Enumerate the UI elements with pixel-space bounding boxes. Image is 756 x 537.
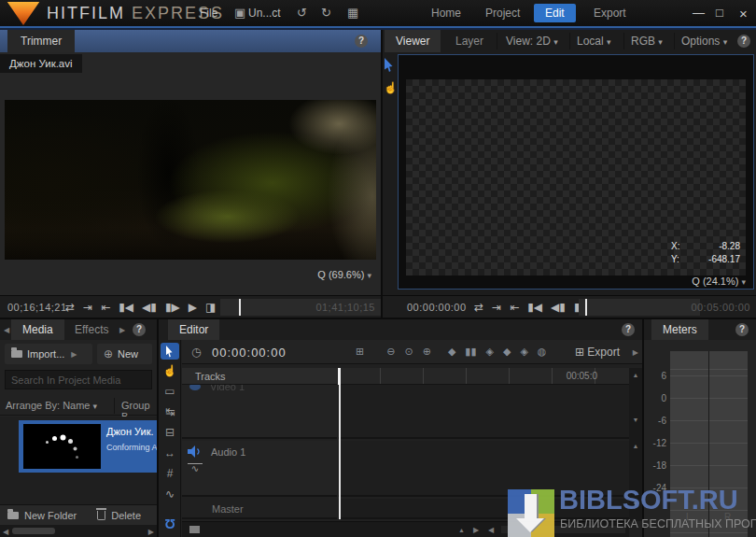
stretch-tool-icon[interactable]: ↔ — [159, 446, 181, 459]
mark-out-icon[interactable]: ⇥ — [492, 301, 501, 314]
toolbar-overflow-icon[interactable]: ▶ — [633, 348, 638, 357]
import-button[interactable]: Import... ▶ — [5, 344, 92, 364]
scroll-up-icon[interactable]: ▲ — [629, 372, 642, 378]
speaker-icon[interactable] — [188, 445, 202, 458]
video-preview[interactable] — [5, 100, 376, 260]
trim-tool-icon[interactable]: ↹ — [159, 405, 181, 418]
help-icon[interactable]: ? — [735, 323, 749, 336]
loop-icon[interactable]: ⇄ — [474, 301, 483, 314]
trimmer-zoom-control[interactable]: Q (69.6%) ▾ — [317, 269, 371, 280]
arrange-by-dropdown[interactable]: Arrange By: Name ▾ — [6, 400, 97, 411]
help-icon[interactable]: ? — [133, 323, 146, 336]
help-icon[interactable]: ? — [622, 323, 635, 336]
mark-in-icon[interactable]: ⇤ — [510, 301, 519, 314]
channel-mode-dropdown[interactable]: RGB ▾ — [631, 30, 663, 52]
mark-in-icon[interactable]: ⇤ — [101, 301, 110, 314]
next-marker-icon[interactable]: ⊕ — [423, 346, 431, 358]
tab-layer[interactable]: Layer — [444, 30, 495, 52]
scroll-left-icon[interactable]: ◀ — [3, 528, 8, 536]
audio-track-header[interactable]: Audio 1 ∿ — [182, 441, 337, 497]
transition-b-icon[interactable]: ◈ — [485, 346, 493, 358]
curve-tool-icon[interactable]: ∿ — [159, 488, 181, 501]
editor-timecode[interactable]: 00:00:00:00 — [212, 346, 287, 360]
add-marker-icon[interactable]: ⊙ — [404, 346, 413, 358]
loop-icon[interactable]: ⇄ — [65, 301, 75, 314]
tab-home[interactable]: Home — [420, 4, 472, 22]
go-to-start-icon[interactable]: ▮◀ — [527, 301, 542, 314]
minimize-button[interactable]: — — [693, 6, 705, 20]
scroll-down-icon[interactable]: ▼ — [629, 417, 642, 423]
marker-circle-icon[interactable]: ◍ — [538, 346, 547, 358]
transparency-checkerboard[interactable]: X: -8.28 Y: -648.17 — [406, 79, 746, 276]
document-name[interactable]: Un...ct — [248, 7, 281, 20]
new-folder-button[interactable]: New Folder — [7, 510, 77, 521]
snap-magnet-icon[interactable]: Ω — [159, 516, 181, 531]
video-track-lane[interactable] — [338, 385, 629, 439]
tabs-scroll-right-icon[interactable]: ▶ — [119, 326, 125, 334]
tab-viewer[interactable]: Viewer — [385, 30, 441, 52]
viewer-playhead[interactable] — [585, 299, 587, 316]
media-list[interactable]: Джон Уик. Conforming A — [0, 417, 157, 504]
close-button[interactable]: × — [739, 6, 748, 21]
viewer-scrub-area[interactable] — [579, 299, 700, 316]
master-track-header[interactable]: Master — [182, 499, 337, 519]
step-back-icon[interactable]: ◀▮ — [142, 301, 157, 314]
tab-editor[interactable]: Editor — [168, 319, 219, 340]
timeline-playhead-handle[interactable] — [338, 368, 341, 385]
hand-tool-icon[interactable]: ☝ — [384, 81, 397, 94]
tab-edit[interactable]: Edit — [534, 4, 576, 22]
view-mode-dropdown[interactable]: View: 2D ▾ — [506, 30, 558, 52]
tab-export[interactable]: Export — [582, 4, 637, 22]
tab-media[interactable]: Media — [11, 319, 64, 340]
help-icon[interactable]: ? — [737, 35, 750, 48]
clock-icon[interactable]: ◷ — [191, 346, 201, 359]
tab-trimmer[interactable]: Trimmer — [7, 30, 75, 52]
prev-marker-icon[interactable]: ⊖ — [386, 346, 395, 358]
scroll-right-icon[interactable]: ▶ — [473, 526, 479, 534]
redo-icon[interactable]: ↻ — [321, 6, 331, 20]
maximize-button[interactable]: □ — [716, 6, 723, 20]
media-horizontal-scrollbar[interactable]: ◀ ▶ — [0, 525, 157, 537]
media-item-selected[interactable]: Джон Уик. Conforming A — [19, 420, 157, 473]
video-track-header[interactable]: Video 1 — [182, 385, 337, 439]
scrollbar-thumb[interactable] — [12, 528, 55, 534]
export-button[interactable]: ⊞ Export — [575, 346, 620, 359]
viewer-zoom-control[interactable]: Q (24.1%) ▾ — [692, 276, 746, 287]
film-tool-icon[interactable]: ▭ — [159, 385, 181, 398]
save-icon[interactable]: ▣ — [234, 6, 245, 20]
tabs-scroll-left-icon[interactable]: ◀ — [4, 326, 9, 334]
viewer-current-timecode[interactable]: 00:00:00:00 — [407, 302, 467, 313]
scroll-left-icon[interactable]: ◀ — [488, 526, 494, 534]
step-forward-icon[interactable]: ▮▶ — [165, 301, 180, 314]
go-to-start-icon[interactable]: ▮◀ — [119, 301, 133, 314]
hand-tool-icon[interactable]: ☝ — [159, 364, 181, 377]
tab-effects[interactable]: Effects — [63, 319, 119, 340]
tab-meters[interactable]: Meters — [651, 319, 708, 340]
new-button[interactable]: ⊕ New — [97, 344, 152, 364]
transition-d-icon[interactable]: ◈ — [520, 346, 527, 358]
insert-clip-icon[interactable]: ◨ — [205, 301, 216, 314]
select-tool-button[interactable] — [161, 343, 179, 360]
step-back-icon[interactable]: ◀▮ — [551, 301, 566, 314]
search-input[interactable] — [5, 370, 152, 389]
options-dropdown[interactable]: Options ▾ — [681, 30, 727, 52]
trimmer-current-timecode[interactable]: 00;16;14;21 — [7, 302, 67, 313]
zoom-handle[interactable] — [189, 526, 200, 533]
select-tool-icon[interactable] — [385, 58, 395, 72]
ripple-tool-icon[interactable]: # — [159, 467, 181, 480]
slide-tool-icon[interactable]: ⊟ — [159, 426, 181, 439]
transition-a-icon[interactable]: ◆ — [448, 346, 455, 358]
scroll-right-icon[interactable]: ▶ — [148, 528, 154, 536]
undo-icon[interactable]: ↺ — [297, 6, 307, 20]
file-menu[interactable]: File — [200, 7, 217, 20]
eye-icon[interactable] — [189, 385, 201, 390]
scroll-up-icon[interactable]: ▲ — [629, 443, 642, 449]
grid-menu-icon[interactable]: ▦ — [347, 6, 358, 20]
play-icon[interactable]: ▶ — [189, 301, 197, 314]
scroll-up-icon[interactable]: ▲ — [458, 527, 465, 533]
razor-icon[interactable]: ▮▮ — [465, 346, 476, 358]
trimmer-playhead[interactable] — [239, 299, 241, 316]
mark-out-icon[interactable]: ⇥ — [83, 301, 92, 314]
help-icon[interactable]: ? — [355, 35, 368, 48]
space-mode-dropdown[interactable]: Local ▾ — [577, 30, 611, 52]
